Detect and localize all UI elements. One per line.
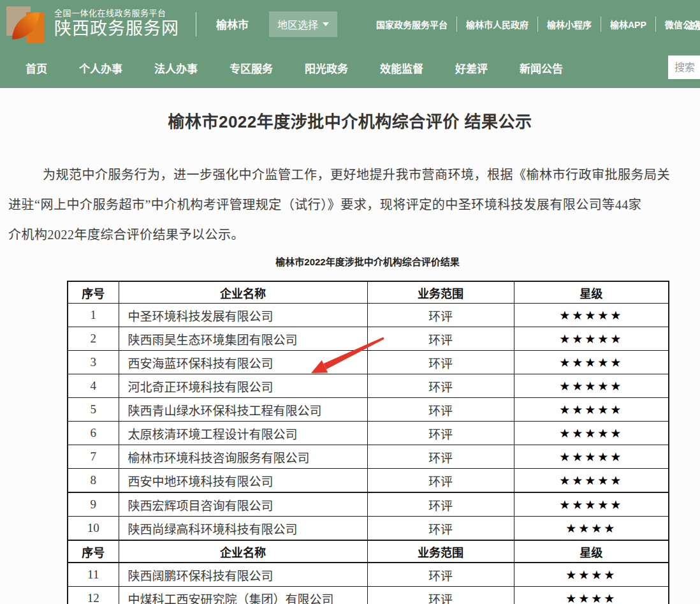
nav-items: 首页个人办事法人办事专区服务阳光政务效能监督好差评新闻公告 [0, 48, 700, 88]
cell-stars: ★★★★★ [514, 469, 669, 493]
cell-stars: ★★★★★ [514, 327, 669, 351]
column-header: 星级 [514, 540, 669, 563]
table-row: 6太原核清环境工程设计有限公司环评★★★★★ [68, 422, 669, 445]
cell-no: 6 [68, 422, 119, 445]
cell-name: 西安海蓝环保科技有限公司 [119, 351, 367, 374]
site-title-block: 全国一体化在线政务服务平台 陕西政务服务网 [54, 8, 179, 40]
cell-stars: ★★★★★ [514, 445, 669, 469]
cell-scope: 环评 [367, 374, 514, 398]
table-row: 1中圣环境科技发展有限公司环评★★★★★ [68, 304, 669, 327]
nav-item[interactable]: 专区服务 [230, 60, 273, 76]
table-row: 8西安中地环境科技有限公司环评★★★★★ [68, 469, 669, 493]
table-row: 7榆林市环境科技咨询服务有限公司环评★★★★★ [68, 445, 669, 469]
platform-label: 全国一体化在线政务服务平台 [54, 8, 179, 18]
header-link[interactable]: 国家政务服务平台 [367, 17, 457, 32]
cell-no: 4 [68, 374, 119, 398]
cell-stars: ★★★★★ [514, 492, 669, 517]
notice-title: 榆林市2022年度涉批中介机构综合评价 结果公示 [0, 108, 700, 132]
cell-name: 陕西宏辉项目咨询有限公司 [119, 492, 367, 517]
cell-scope: 环评 [367, 422, 514, 445]
table-caption: 榆林市2022年度涉批中介机构综合评价结果 [67, 254, 668, 268]
cell-stars: ★★★★★ [514, 398, 669, 422]
cell-scope: 环评 [367, 492, 514, 517]
cell-name: 中圣环境科技发展有限公司 [119, 304, 367, 327]
notice-content: 榆林市2022年度涉批中介机构综合评价 结果公示 为规范中介服务行为，进一步强化… [0, 108, 700, 604]
table-row: 2陕西雨昊生态环境集团有限公司环评★★★★★ [68, 327, 669, 351]
site-name: 陕西政务服务网 [54, 18, 179, 40]
cell-name: 陕西雨昊生态环境集团有限公司 [119, 327, 367, 351]
cell-no: 3 [68, 351, 119, 374]
results-table-body: 序号企业名称业务范围星级1中圣环境科技发展有限公司环评★★★★★2陕西雨昊生态环… [68, 281, 669, 604]
header-link[interactable]: 榆林小程序 [538, 17, 601, 32]
register-link[interactable]: 注册 [685, 18, 700, 31]
cell-no: 12 [68, 587, 119, 604]
table-row: 3西安海蓝环保科技有限公司环评★★★★★ [68, 351, 669, 374]
header-links: 国家政务服务平台榆林市人民政府榆林小程序榆林APP微信公众号 [367, 0, 700, 48]
cell-no: 8 [68, 469, 119, 493]
results-table: 序号企业名称业务范围星级1中圣环境科技发展有限公司环评★★★★★2陕西雨昊生态环… [67, 281, 669, 604]
cell-scope: 环评 [367, 304, 514, 327]
nav-item[interactable]: 新闻公告 [520, 60, 563, 76]
cell-name: 河北奇正环境科技有限公司 [119, 374, 367, 398]
header-divider [196, 12, 196, 36]
cell-stars: ★★★★★ [514, 304, 669, 327]
header-link[interactable]: 榆林市人民政府 [457, 17, 538, 32]
table-row: 5陕西青山绿水环保科技工程有限公司环评★★★★★ [68, 398, 669, 422]
nav-item[interactable]: 个人办事 [79, 60, 122, 76]
cell-name: 陕西青山绿水环保科技工程有限公司 [119, 398, 367, 422]
table-row: 10陕西尚绿高科环境科技有限公司环评★★★★ [68, 517, 669, 541]
cell-name: 西安中地环境科技有限公司 [119, 469, 367, 493]
cell-stars: ★★★★ [514, 563, 669, 587]
nav-item[interactable]: 阳光政务 [305, 60, 348, 76]
search-input[interactable] [668, 55, 700, 79]
table-header-row: 序号企业名称业务范围星级 [68, 540, 669, 563]
cell-scope: 环评 [367, 327, 514, 351]
cell-no: 2 [68, 327, 119, 351]
table-header-row: 序号企业名称业务范围星级 [68, 281, 669, 304]
cell-scope: 环评 [367, 351, 514, 374]
site-header: 全国一体化在线政务服务平台 陕西政务服务网 榆林市 地区选择 国家政务服务平台榆… [0, 0, 700, 48]
table-row: 11陕西阔鹏环保科技有限公司环评★★★★ [68, 563, 669, 587]
column-header: 企业名称 [119, 540, 367, 563]
cell-stars: ★★★★★ [514, 422, 669, 445]
cell-stars: ★★★★★ [514, 374, 669, 398]
cell-stars: ★★★★ [514, 517, 669, 541]
cell-name: 中煤科工西安研究院（集团）有限公司 [119, 587, 367, 604]
column-header: 序号 [68, 281, 119, 304]
chevron-down-icon [323, 22, 329, 26]
cell-stars: ★★★★ [514, 587, 669, 604]
cell-stars: ★★★★★ [514, 351, 669, 374]
cell-name: 榆林市环境科技咨询服务有限公司 [119, 445, 367, 469]
cell-no: 1 [68, 304, 119, 327]
region-selector-button[interactable]: 地区选择 [269, 11, 337, 37]
header-link[interactable]: 榆林APP [601, 17, 656, 32]
column-header: 企业名称 [119, 281, 367, 304]
table-row: 4河北奇正环境科技有限公司环评★★★★★ [68, 374, 669, 398]
column-header: 序号 [68, 540, 119, 563]
current-city-label: 榆林市 [216, 16, 249, 32]
cell-no: 7 [68, 445, 119, 469]
paragraph-line: 进驻“网上中介服务超市”中介机构考评管理规定（试行）》要求，现将评定的中圣环境科… [8, 190, 700, 220]
nav-item[interactable]: 好差评 [455, 60, 488, 76]
cell-scope: 环评 [367, 563, 514, 587]
cell-no: 5 [68, 398, 119, 422]
column-header: 业务范围 [367, 281, 514, 304]
cell-no: 9 [68, 492, 119, 517]
column-header: 星级 [514, 281, 669, 304]
region-selector-label: 地区选择 [277, 17, 318, 32]
column-header: 业务范围 [367, 540, 514, 563]
nav-item[interactable]: 首页 [26, 60, 47, 76]
nav-item[interactable]: 效能监督 [380, 60, 423, 76]
cell-no: 11 [68, 563, 119, 587]
paragraph-line: 为规范中介服务行为，进一步强化中介监管工作，更好地提升我市营商环境，根据《榆林市… [8, 160, 700, 190]
paragraph-line: 介机构2022年度综合评价结果予以公示。 [8, 220, 700, 250]
cell-scope: 环评 [367, 445, 514, 469]
cell-name: 太原核清环境工程设计有限公司 [119, 422, 367, 445]
nav-item[interactable]: 法人办事 [154, 60, 198, 76]
cell-scope: 环评 [367, 517, 514, 541]
table-row: 9陕西宏辉项目咨询有限公司环评★★★★★ [68, 492, 669, 517]
cell-no: 10 [68, 517, 119, 541]
cell-name: 陕西阔鹏环保科技有限公司 [119, 563, 367, 587]
site-logo[interactable] [5, 4, 45, 45]
cell-scope: 环评 [367, 398, 514, 422]
